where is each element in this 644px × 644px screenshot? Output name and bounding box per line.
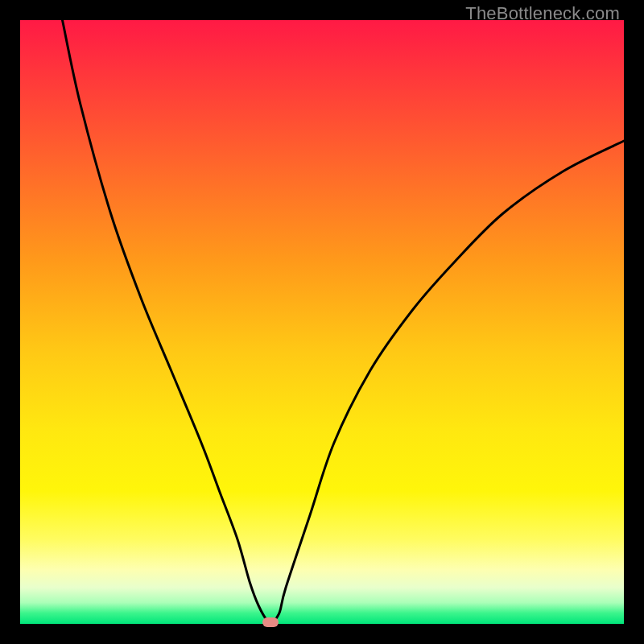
- plot-area: [20, 20, 624, 624]
- chart-frame: TheBottleneck.com: [0, 0, 644, 644]
- bottleneck-curve: [63, 20, 625, 622]
- bottom-marker: [262, 617, 279, 627]
- curve-svg: [20, 20, 624, 624]
